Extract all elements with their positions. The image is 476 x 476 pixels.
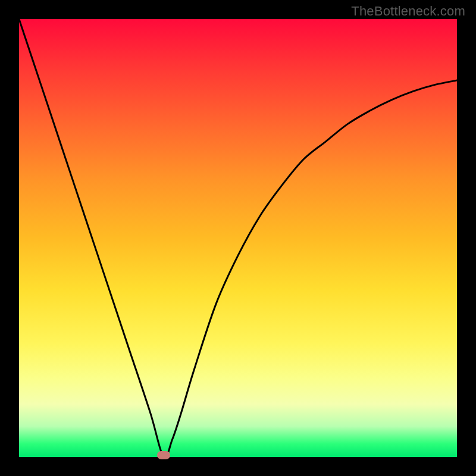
plot-area bbox=[19, 19, 457, 457]
watermark-text: TheBottleneck.com bbox=[351, 4, 465, 19]
chart-frame: TheBottleneck.com bbox=[0, 0, 476, 476]
bottleneck-curve bbox=[19, 19, 457, 457]
optimum-marker bbox=[157, 451, 170, 459]
